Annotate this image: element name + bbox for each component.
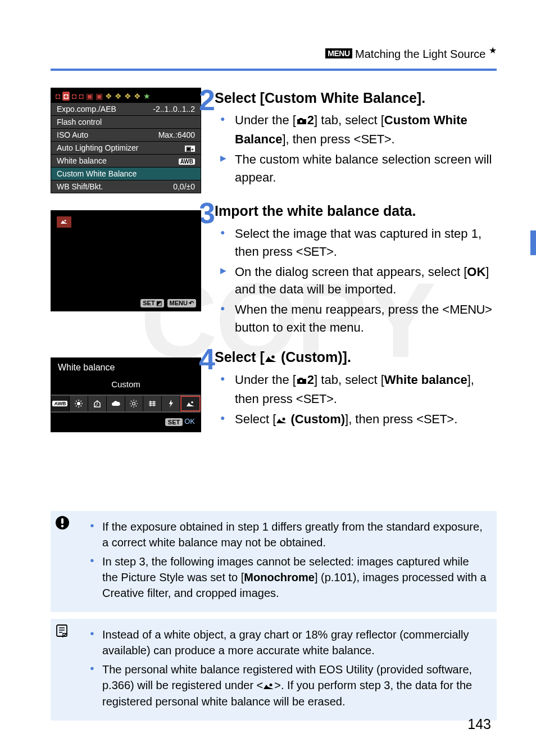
screenshot-footer: SET◩ MENU↶ (140, 299, 196, 307)
menu-row: Expo.comp./AEB-2..1..0..1..2 (51, 102, 201, 115)
svg-rect-28 (61, 518, 63, 524)
wb-option-bar: AWB (51, 395, 201, 413)
svg-point-29 (61, 524, 63, 527)
side-tab-marker (530, 230, 536, 255)
info-note-icon (55, 623, 69, 642)
step-bullet: When the menu reappears, press the <MENU… (215, 301, 497, 337)
svg-point-26 (283, 418, 285, 420)
header-title: Matching the Light Source (355, 48, 485, 60)
left-column: ◘ ◘ ◘ ◘ ▣ ▣ ❖ ❖ ❖ ❖ ★ Expo.comp./AEB-2..… (51, 88, 202, 449)
wb-option-custom-selected (180, 396, 201, 411)
wb-option-shade (88, 396, 107, 411)
step-title: Select [ (Custom)]. (215, 347, 497, 368)
menu-label: Auto Lighting Optimizer (57, 143, 139, 152)
svg-line-14 (131, 401, 132, 402)
camera-import-screenshot: SET◩ MENU↶ (51, 210, 201, 311)
step-bullet: Under the [2] tab, select [Custom White … (215, 111, 497, 148)
wb-title: White balance (51, 358, 201, 376)
thumbnail (57, 216, 71, 228)
step-title: Select [Custom White Balance]. (215, 88, 497, 108)
menu-row: Auto Lighting Optimizer▣₊ (51, 141, 201, 154)
svg-line-6 (80, 405, 81, 406)
menu-row-selected: Custom White Balance (51, 167, 201, 180)
svg-point-25 (300, 380, 302, 382)
step-bullet: Select the image that was captured in st… (215, 225, 497, 261)
step-number: 3 (199, 201, 215, 339)
tab-icon: ★ (143, 92, 151, 101)
step-3: 3 Import the white balance data. Select … (215, 201, 497, 339)
menu-badge: MENU (325, 48, 352, 58)
tab-icon-selected: ◘ (62, 92, 69, 101)
menu-value: Max.:6400 (158, 130, 195, 139)
svg-point-24 (271, 355, 275, 359)
tab-icon: ❖ (105, 92, 112, 101)
step-bullet: Select [ (Custom)], then press <SET>. (215, 410, 497, 429)
note-item: In step 3, the following images cannot b… (90, 554, 487, 601)
menu-label: White balance (57, 156, 107, 165)
step-4: 4 Select [ (Custom)]. Under the [2] tab,… (215, 347, 497, 431)
wb-option-awb: AWB (51, 396, 70, 411)
step-bullet: The custom white balance selection scree… (215, 151, 497, 187)
menu-value: 0,0/±0 (173, 182, 195, 191)
camera-menu-screenshot-1: ◘ ◘ ◘ ◘ ▣ ▣ ❖ ❖ ❖ ❖ ★ Expo.comp./AEB-2..… (51, 88, 201, 193)
ok-label: OK (184, 417, 195, 425)
menu-label: WB Shift/Bkt. (57, 182, 103, 191)
svg-point-9 (133, 402, 135, 405)
custom-wb-icon (276, 411, 287, 429)
wb-option-tungsten (125, 396, 144, 411)
wb-option-fluorescent (143, 396, 162, 411)
svg-line-16 (131, 405, 132, 406)
right-column: 2 Select [Custom White Balance]. Under t… (215, 88, 497, 449)
menu-row: White balanceAWB (51, 154, 201, 167)
step-number: 2 (199, 88, 215, 189)
svg-line-7 (76, 405, 77, 406)
page-header: MENU Matching the Light Source ★ (51, 45, 497, 66)
step-title: Import the white balance data. (215, 201, 497, 221)
wb-option-flash (162, 396, 180, 411)
tab-icon: ▣ (86, 92, 93, 101)
camera-icon (296, 372, 307, 390)
menu-value: -2..1..0..1..2 (153, 105, 195, 114)
tab-icon: ◘ (79, 92, 83, 101)
custom-wb-icon (60, 219, 68, 225)
note-item: The personal white balance registered wi… (90, 662, 487, 709)
tab-icon: ❖ (115, 92, 122, 101)
step-bullet: Under the [2] tab, select [White balance… (215, 371, 497, 408)
set-badge: SET◩ (140, 299, 163, 307)
wb-option-daylight (70, 396, 88, 411)
wb-footer: SETOK (51, 413, 201, 432)
svg-line-17 (136, 401, 137, 402)
svg-line-8 (80, 401, 81, 402)
menu-back-badge: MENU↶ (167, 299, 196, 307)
svg-line-5 (76, 401, 77, 402)
step-2: 2 Select [Custom White Balance]. Under t… (215, 88, 497, 189)
tab-icon: ▣ (96, 92, 103, 101)
page-number: 143 (467, 716, 491, 732)
tab-icon: ◘ (56, 92, 60, 101)
menu-row: WB Shift/Bkt.0,0/±0 (51, 180, 201, 193)
tab-icon: ❖ (124, 92, 131, 101)
svg-point-34 (270, 683, 272, 686)
menu-row: ISO AutoMax.:6400 (51, 128, 201, 141)
step-number: 4 (199, 347, 215, 431)
warning-icon (55, 515, 70, 534)
svg-point-23 (300, 120, 302, 123)
info-note-box: Instead of a white object, a gray chart … (51, 619, 497, 721)
alo-icon: ▣₊ (185, 146, 195, 152)
menu-label: Custom White Balance (57, 169, 137, 178)
custom-wb-icon (265, 347, 277, 368)
menu-label: ISO Auto (57, 130, 88, 139)
wb-option-cloudy (107, 396, 125, 411)
tab-icon: ❖ (134, 92, 141, 101)
menu-label: Flash control (57, 117, 102, 126)
white-balance-select-screenshot: White balance Custom AWB SETOK (51, 357, 201, 432)
svg-point-0 (77, 402, 80, 405)
set-badge: SET (165, 418, 183, 426)
menu-label: Expo.comp./AEB (57, 105, 116, 114)
step-bullet: On the dialog screen that appears, selec… (215, 263, 497, 299)
menu-row: Flash control (51, 115, 201, 128)
note-item: Instead of a white object, a gray chart … (90, 627, 487, 658)
custom-wb-icon (263, 678, 274, 694)
wb-subtitle: Custom (51, 376, 201, 395)
note-item: If the exposure obtained in step 1 diffe… (90, 519, 487, 550)
